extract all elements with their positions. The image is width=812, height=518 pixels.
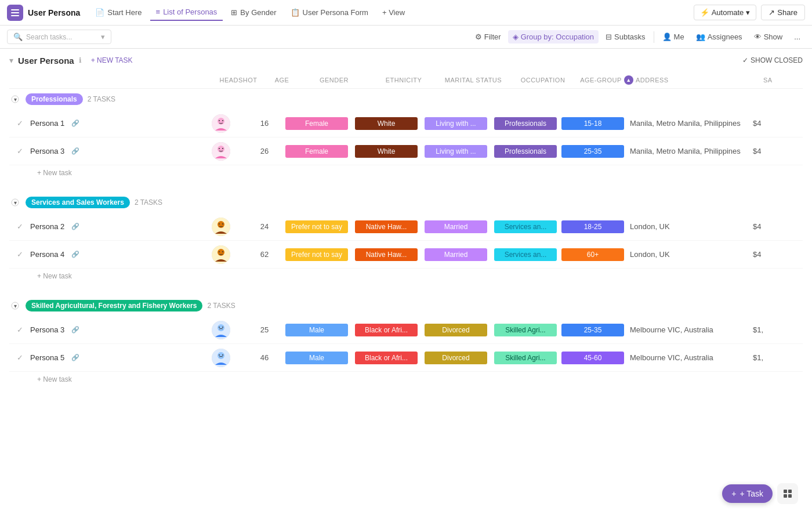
tab-start-here[interactable]: 📄 Start Here bbox=[89, 5, 147, 20]
cell-ethnicity: Native Haw... bbox=[351, 219, 421, 234]
marital-badge: Living with ... bbox=[425, 145, 487, 158]
tab-by-gender[interactable]: ⊞ By Gender bbox=[225, 5, 282, 20]
link-icon[interactable]: 🔗 bbox=[71, 326, 79, 334]
new-task-button[interactable]: + NEW TASK bbox=[86, 55, 137, 66]
marital-badge: Married bbox=[425, 248, 487, 261]
task-sa: $1, bbox=[753, 325, 776, 334]
new-task-row[interactable]: + New task bbox=[9, 269, 803, 284]
marital-badge: Married bbox=[425, 220, 487, 233]
checkmark-icon: ✓ bbox=[742, 56, 748, 64]
more-button[interactable]: ... bbox=[789, 30, 805, 44]
show-button[interactable]: 👁 Show bbox=[749, 30, 788, 44]
task-headshot bbox=[195, 142, 247, 161]
page-title: User Persona bbox=[18, 56, 74, 66]
check-icon[interactable]: ✓ bbox=[14, 118, 26, 129]
cell-ethnicity: White bbox=[351, 144, 421, 159]
me-button[interactable]: 👤 Me bbox=[658, 30, 689, 44]
new-task-row[interactable]: + New task bbox=[9, 372, 803, 387]
col-occupation-header: OCCUPATION bbox=[508, 77, 578, 84]
col-headshot-header: HEADSHOT bbox=[212, 77, 264, 84]
check-icon[interactable]: ✓ bbox=[14, 249, 26, 260]
table-row[interactable]: ✓ Persona 3 🔗 25 Male Black or Afri... D… bbox=[9, 316, 803, 344]
task-check-area: ✓ Persona 1 🔗 bbox=[9, 118, 195, 129]
task-sa: $4 bbox=[753, 119, 776, 128]
cell-gender: Male bbox=[282, 350, 351, 365]
task-age: 24 bbox=[247, 222, 282, 231]
page-icon: 📄 bbox=[95, 8, 104, 17]
subtasks-button[interactable]: ⊟ Subtasks bbox=[601, 30, 650, 44]
share-button[interactable]: ↗ Share bbox=[761, 5, 805, 20]
group-label-skilled: Skilled Agricultural, Forestry and Fishe… bbox=[26, 300, 202, 311]
nav-right: ⚡ Automate ▾ ↗ Share bbox=[694, 5, 805, 20]
check-icon[interactable]: ✓ bbox=[14, 221, 26, 233]
collapse-icon[interactable]: ▾ bbox=[9, 56, 13, 65]
cell-age-group: 25-35 bbox=[560, 323, 625, 338]
sort-icon[interactable]: ▲ bbox=[624, 75, 633, 85]
cell-occupation: Services an... bbox=[491, 219, 560, 234]
table-row[interactable]: ✓ Persona 1 🔗 16 Female White Living wit… bbox=[9, 110, 803, 137]
svg-point-17 bbox=[219, 223, 220, 224]
marital-badge: Divorced bbox=[425, 352, 487, 364]
assignees-button[interactable]: 👥 Assignees bbox=[691, 30, 747, 44]
filter-button[interactable]: ⚙ Filter bbox=[470, 30, 506, 44]
page-header: ▾ User Persona ℹ + NEW TASK ✓ SHOW CLOSE… bbox=[0, 49, 812, 72]
group-by-button[interactable]: ◈ Group by: Occupation bbox=[508, 30, 599, 44]
avatar bbox=[212, 321, 230, 339]
automate-button[interactable]: ⚡ Automate ▾ bbox=[694, 5, 757, 20]
show-closed-button[interactable]: ✓ SHOW CLOSED bbox=[742, 56, 803, 64]
form-icon: 📋 bbox=[291, 8, 300, 17]
check-icon[interactable]: ✓ bbox=[14, 324, 26, 336]
cell-age-group: 60+ bbox=[560, 247, 625, 262]
occupation-badge: Services an... bbox=[494, 220, 557, 233]
svg-point-8 bbox=[222, 120, 223, 121]
cell-marital: Living with ... bbox=[421, 144, 491, 159]
check-icon[interactable]: ✓ bbox=[14, 352, 26, 364]
toolbar-right: ⚙ Filter ◈ Group by: Occupation ⊟ Subtas… bbox=[470, 30, 805, 44]
svg-point-28 bbox=[222, 327, 223, 328]
table-row[interactable]: ✓ Persona 5 🔗 46 Male Black or Afri... D… bbox=[9, 344, 803, 372]
group-header-skilled: ▾ Skilled Agricultural, Forestry and Fis… bbox=[9, 295, 803, 316]
collapse-skilled[interactable]: ▾ bbox=[9, 300, 21, 311]
check-icon[interactable]: ✓ bbox=[14, 146, 26, 157]
gender-badge: Male bbox=[285, 324, 348, 336]
task-name: Persona 4 bbox=[30, 250, 64, 259]
link-icon[interactable]: 🔗 bbox=[71, 251, 79, 258]
new-task-row[interactable]: + New task bbox=[9, 165, 803, 180]
table-row[interactable]: ✓ Persona 3 🔗 26 Female White Living wit… bbox=[9, 137, 803, 165]
link-icon[interactable]: 🔗 bbox=[71, 354, 79, 361]
task-check-area: ✓ Persona 4 🔗 bbox=[9, 249, 195, 260]
task-name: Persona 3 bbox=[30, 147, 64, 155]
svg-rect-0 bbox=[11, 9, 19, 10]
task-check-area: ✓ Persona 3 🔗 bbox=[9, 324, 195, 336]
occupation-badge: Skilled Agri... bbox=[494, 352, 557, 364]
group-task-count-services: 2 TASKS bbox=[135, 198, 162, 207]
link-icon[interactable]: 🔗 bbox=[71, 147, 79, 155]
collapse-professionals[interactable]: ▾ bbox=[9, 93, 21, 105]
svg-point-7 bbox=[219, 120, 220, 121]
link-icon[interactable]: 🔗 bbox=[71, 223, 79, 230]
task-sa: $1, bbox=[753, 353, 776, 362]
search-box[interactable]: 🔍 Search tasks... ▾ bbox=[7, 30, 111, 44]
occupation-badge: Professionals bbox=[494, 145, 557, 158]
task-address: Melbourne VIC, Australia bbox=[625, 353, 753, 362]
task-address: London, UK bbox=[625, 222, 753, 231]
tab-list-of-personas[interactable]: ≡ List of Personas bbox=[150, 4, 223, 21]
tab-user-persona-form[interactable]: 📋 User Persona Form bbox=[285, 5, 374, 20]
task-headshot bbox=[195, 114, 247, 133]
collapse-services[interactable]: ▾ bbox=[9, 197, 21, 208]
cell-ethnicity: Black or Afri... bbox=[351, 350, 421, 365]
task-headshot bbox=[195, 349, 247, 367]
group-task-count-skilled: 2 TASKS bbox=[207, 302, 235, 310]
info-icon[interactable]: ℹ bbox=[79, 56, 82, 64]
cell-age-group: 25-35 bbox=[560, 144, 625, 159]
ethnicity-badge: White bbox=[355, 145, 418, 158]
column-headers: HEADSHOT AGE GENDER ETHNICITY MARITAL ST… bbox=[9, 72, 803, 89]
toolbar: 🔍 Search tasks... ▾ ⚙ Filter ◈ Group by:… bbox=[0, 26, 812, 49]
link-icon[interactable]: 🔗 bbox=[71, 119, 79, 127]
filter-icon: ⚙ bbox=[475, 32, 482, 41]
table-row[interactable]: ✓ Persona 2 🔗 24 Prefer not to say Nativ… bbox=[9, 213, 803, 241]
table-row[interactable]: ✓ Persona 4 🔗 62 Prefer not to say Nativ… bbox=[9, 241, 803, 269]
add-view-btn[interactable]: + View bbox=[376, 5, 411, 20]
automate-icon: ⚡ bbox=[700, 8, 709, 17]
cell-age-group: 18-25 bbox=[560, 219, 625, 234]
